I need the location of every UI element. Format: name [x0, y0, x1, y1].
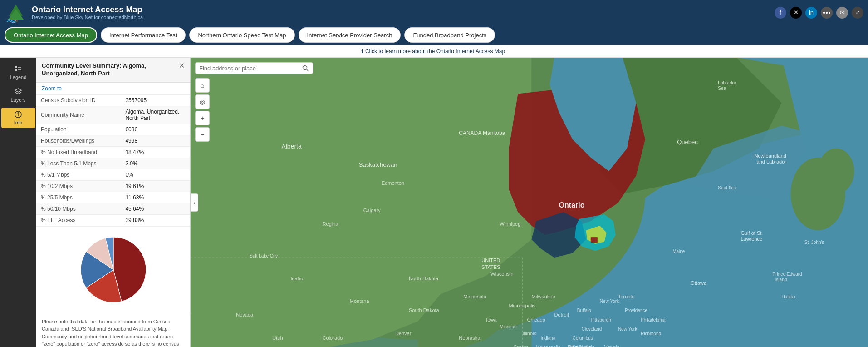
field-value: 19.61%: [121, 180, 190, 192]
svg-point-81: [303, 66, 307, 70]
app-subtitle[interactable]: Developed by Blue Sky Net for connectedN…: [32, 15, 143, 20]
table-row: % No Fixed Broadband18.47%: [36, 146, 190, 158]
field-value: 4998: [121, 135, 190, 146]
main-content: Legend Layers Info Community Level Summa…: [0, 58, 868, 347]
table-row: % 50/10 Mbps45.64%: [36, 203, 190, 214]
svg-text:Calgary: Calgary: [363, 208, 381, 213]
home-tool-button[interactable]: ⌂: [195, 78, 210, 93]
collapse-panel-button[interactable]: ‹: [191, 193, 198, 212]
email-icon[interactable]: ✉: [836, 7, 848, 19]
field-value: Algoma, Unorganized, North Part: [121, 106, 190, 124]
svg-text:New York: New York: [600, 299, 619, 304]
map-area[interactable]: Alberta Saskatchewan Edmonton Calgary Re…: [191, 58, 868, 347]
field-label: % Less Than 5/1 Mbps: [36, 158, 121, 169]
sidebar-item-layers[interactable]: Layers: [1, 85, 35, 105]
nav-btn-funded[interactable]: Funded Broadband Projects: [404, 27, 495, 43]
zoom-out-button[interactable]: −: [195, 127, 210, 142]
svg-text:Wisconsin: Wisconsin: [490, 271, 513, 277]
field-value: 0%: [121, 169, 190, 180]
svg-text:and Labrador: and Labrador: [757, 159, 787, 164]
sidebar-layers-label: Layers: [10, 97, 25, 103]
svg-text:UNITED: UNITED: [481, 258, 500, 263]
info-bar[interactable]: ℹ Click to learn more about the Ontario …: [0, 45, 868, 58]
app-logo: [5, 2, 27, 23]
field-label: % No Fixed Broadband: [36, 146, 121, 158]
linkedin-icon[interactable]: in: [805, 7, 817, 19]
svg-rect-4: [15, 66, 17, 68]
svg-text:Montana: Montana: [350, 298, 370, 304]
zoom-in-button[interactable]: +: [195, 111, 210, 125]
facebook-icon[interactable]: f: [775, 7, 786, 19]
info-icon: ℹ: [361, 48, 363, 55]
field-label: Population: [36, 124, 121, 135]
info-sidebar-icon: [14, 110, 22, 119]
map-toolbar: [195, 62, 313, 74]
field-label: % 5/1 Mbps: [36, 169, 121, 180]
external-link-icon[interactable]: ⤢: [852, 7, 863, 19]
close-panel-button[interactable]: ✕: [179, 62, 185, 69]
table-row: % 10/2 Mbps19.61%: [36, 180, 190, 192]
svg-marker-8: [15, 89, 21, 92]
svg-text:Newfoundland: Newfoundland: [754, 153, 786, 159]
svg-text:Ottawa: Ottawa: [691, 280, 707, 286]
app-title: Ontario Internet Access Map: [32, 5, 143, 15]
svg-text:St. John's: St. John's: [804, 240, 824, 245]
sidebar-item-info[interactable]: Info: [1, 108, 35, 128]
svg-text:Nebraska: Nebraska: [459, 335, 481, 341]
svg-line-82: [307, 69, 309, 71]
nav-btn-perf-test[interactable]: Internet Performance Test: [101, 27, 186, 43]
sidebar-item-legend[interactable]: Legend: [1, 62, 35, 83]
nav-btn-speed-map[interactable]: Northern Ontario Speed Test Map: [189, 27, 294, 43]
pie-chart-area: [36, 226, 190, 313]
app-header: Ontario Internet Access Map Developed by…: [0, 0, 868, 25]
field-value: 6036: [121, 124, 190, 135]
table-row: Census Subdivision ID3557095: [36, 95, 190, 106]
field-label: % 50/10 Mbps: [36, 203, 121, 214]
svg-text:North Dakota: North Dakota: [409, 276, 439, 281]
svg-text:Saskatchewan: Saskatchewan: [359, 161, 397, 168]
svg-text:Nevada: Nevada: [236, 312, 254, 318]
share-icon[interactable]: ●●●: [821, 7, 833, 19]
field-label: Households/Dwellings: [36, 135, 121, 146]
svg-text:Maine: Maine: [672, 249, 685, 254]
svg-text:Buffalo: Buffalo: [577, 308, 591, 313]
sidebar-legend-label: Legend: [10, 74, 27, 80]
nav-btn-isp-search[interactable]: Internet Service Provider Search: [299, 27, 401, 43]
svg-text:Island: Island: [775, 277, 787, 282]
svg-rect-5: [15, 69, 17, 71]
twitter-x-icon[interactable]: ✕: [790, 7, 802, 19]
zoom-to-link[interactable]: Zoom to: [36, 83, 190, 95]
disclaimer-text: Please note that data for this map is so…: [36, 313, 190, 347]
svg-text:Iowa: Iowa: [486, 317, 497, 322]
svg-text:New York: New York: [618, 327, 638, 332]
svg-text:Pittsburgh: Pittsburgh: [591, 317, 611, 322]
search-input[interactable]: [199, 65, 302, 72]
nav-btn-home[interactable]: Ontario Internet Access Map: [5, 27, 97, 43]
map-canvas[interactable]: Alberta Saskatchewan Edmonton Calgary Re…: [191, 58, 868, 347]
svg-text:Sea: Sea: [718, 86, 726, 91]
table-row: % 25/5 Mbps11.63%: [36, 192, 190, 203]
svg-rect-15: [591, 237, 598, 243]
info-panel: Community Level Summary: Algoma, Unorgan…: [36, 58, 191, 347]
header-title-block: Ontario Internet Access Map Developed by…: [32, 5, 143, 20]
svg-text:Richmond: Richmond: [641, 331, 661, 336]
svg-text:Providence: Providence: [625, 308, 648, 313]
svg-text:South Dakota: South Dakota: [409, 307, 440, 313]
social-icons-group: f ✕ in ●●● ✉ ⤢: [775, 7, 863, 19]
compass-tool-button[interactable]: ◎: [195, 94, 210, 109]
svg-text:Indiana: Indiana: [541, 336, 556, 341]
sidebar-info-label: Info: [14, 120, 22, 125]
svg-text:Columbus: Columbus: [573, 336, 593, 341]
field-label: Community Name: [36, 106, 121, 124]
field-value: 11.63%: [121, 192, 190, 203]
svg-point-11: [18, 113, 19, 114]
svg-text:Sept-Îles: Sept-Îles: [718, 185, 736, 190]
table-row: Community NameAlgoma, Unorganized, North…: [36, 106, 190, 124]
table-row: % Less Than 5/1 Mbps3.9%: [36, 158, 190, 169]
svg-text:Lawrence: Lawrence: [740, 236, 762, 242]
field-label: Census Subdivision ID: [36, 95, 121, 106]
field-value: 39.83%: [121, 214, 190, 226]
svg-text:Regina: Regina: [323, 221, 339, 227]
search-bar[interactable]: [195, 62, 313, 74]
svg-text:Minnesota: Minnesota: [463, 294, 487, 299]
